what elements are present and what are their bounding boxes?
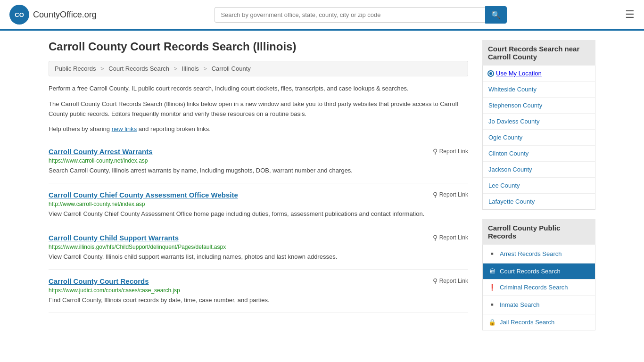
report-icon-2: ⚲: [433, 234, 438, 241]
use-location-button[interactable]: Use My Location: [483, 66, 595, 82]
breadcrumb-carroll-county[interactable]: Carroll County: [212, 65, 251, 72]
pr-link-0[interactable]: Arrest Records Search: [500, 250, 562, 257]
nearby-county-link-3[interactable]: Ogle County: [488, 134, 522, 141]
search-input[interactable]: [215, 7, 485, 23]
nearby-county-link-7[interactable]: Lafayette County: [488, 198, 535, 205]
description-2: The Carroll County Court Records Search …: [49, 99, 468, 119]
nearby-counties-list: Whiteside CountyStephenson CountyJo Davi…: [483, 82, 595, 209]
nearby-county-link-0[interactable]: Whiteside County: [488, 86, 537, 93]
result-title-1[interactable]: Carroll County Chief County Assessment O…: [49, 191, 238, 199]
search-bar: 🔍: [215, 6, 507, 24]
nearby-county-7[interactable]: Lafayette County: [483, 194, 595, 209]
pr-link-2[interactable]: Criminal Records Search: [500, 284, 568, 291]
result-desc-2: View Carroll County, Illinois child supp…: [49, 252, 468, 262]
nearby-list: Use My Location Whiteside CountyStephens…: [482, 66, 595, 210]
logo-icon: CO: [9, 5, 29, 25]
result-desc-3: Find Carroll County, Illinois court reco…: [49, 296, 468, 305]
public-records-item-4[interactable]: 🔒Jail Records Search: [483, 314, 595, 330]
pr-link-1[interactable]: Court Records Search: [500, 268, 561, 275]
result-item: Carroll County Arrest Warrants ⚲ Report …: [49, 140, 468, 183]
pr-icon-1: 🏛: [488, 268, 496, 275]
nearby-county-2[interactable]: Jo Daviess County: [483, 114, 595, 130]
public-records-list: ▪Arrest Records Search🏛Court Records Sea…: [482, 245, 595, 330]
pr-link-3[interactable]: Inmate Search: [500, 301, 540, 308]
public-records-item-0[interactable]: ▪Arrest Records Search: [483, 245, 595, 263]
result-url-2[interactable]: https://www.illinois.gov/hfs/ChildSuppor…: [49, 244, 468, 250]
breadcrumb-court-records-search[interactable]: Court Records Search: [108, 65, 169, 72]
public-records-item-3[interactable]: ▪Inmate Search: [483, 296, 595, 314]
nearby-section-title: Court Records Search near Carroll County: [482, 40, 595, 66]
report-link-2[interactable]: ⚲ Report Link: [433, 234, 468, 241]
nearby-county-link-1[interactable]: Stephenson County: [488, 102, 542, 109]
report-link-3[interactable]: ⚲ Report Link: [433, 277, 468, 285]
breadcrumb-sep2: >: [174, 65, 178, 72]
pr-icon-0: ▪: [488, 249, 496, 259]
logo-text: CountyOffice.org: [33, 10, 97, 20]
logo[interactable]: CO CountyOffice.org: [9, 5, 97, 25]
report-icon-0: ⚲: [433, 148, 438, 155]
description-1: Perform a free Carroll County, IL public…: [49, 84, 468, 94]
result-title-2[interactable]: Carroll County Child Support Warrants: [49, 234, 179, 242]
public-records-item-1[interactable]: 🏛Court Records Search: [483, 263, 595, 280]
sidebar: Court Records Search near Carroll County…: [482, 40, 595, 340]
pr-icon-3: ▪: [488, 300, 496, 310]
menu-icon[interactable]: ☰: [625, 8, 635, 21]
report-icon-3: ⚲: [433, 277, 438, 285]
breadcrumb-sep3: >: [204, 65, 207, 72]
result-item: Carroll County Chief County Assessment O…: [49, 183, 468, 227]
report-icon-1: ⚲: [433, 191, 438, 198]
nearby-county-0[interactable]: Whiteside County: [483, 82, 595, 98]
breadcrumb-public-records[interactable]: Public Records: [55, 65, 96, 72]
nearby-county-1[interactable]: Stephenson County: [483, 98, 595, 114]
public-records-section-title: Carroll County Public Records: [482, 219, 595, 245]
new-links-link[interactable]: new links: [112, 125, 137, 132]
result-url-1[interactable]: http://www.carroll-county.net/index.asp: [49, 201, 468, 207]
nearby-county-6[interactable]: Lee County: [483, 178, 595, 194]
result-url-3[interactable]: https://www.judici.com/courts/cases/case…: [49, 287, 468, 294]
pr-link-4[interactable]: Jail Records Search: [500, 319, 554, 326]
nearby-county-link-2[interactable]: Jo Daviess County: [488, 118, 539, 125]
result-url-0[interactable]: https://www.carroll-county.net/index.asp: [49, 157, 468, 164]
report-link-0[interactable]: ⚲ Report Link: [433, 148, 468, 155]
nearby-county-link-5[interactable]: Jackson County: [488, 166, 532, 173]
result-item: Carroll County Child Support Warrants ⚲ …: [49, 226, 468, 270]
report-link-1[interactable]: ⚲ Report Link: [433, 191, 468, 198]
nearby-county-4[interactable]: Clinton County: [483, 146, 595, 162]
result-title-3[interactable]: Carroll County Court Records: [49, 277, 149, 285]
pr-icon-2: ❗: [488, 284, 496, 291]
public-records-items: ▪Arrest Records Search🏛Court Records Sea…: [483, 245, 595, 330]
pr-icon-4: 🔒: [488, 319, 496, 326]
result-desc-1: View Carroll County Chief County Assessm…: [49, 209, 468, 219]
result-item: Carroll County Court Records ⚲ Report Li…: [49, 270, 468, 313]
nearby-county-link-4[interactable]: Clinton County: [488, 150, 528, 157]
page-title: Carroll County Court Records Search (Ill…: [49, 40, 468, 53]
search-button[interactable]: 🔍: [485, 6, 507, 24]
svg-text:CO: CO: [15, 11, 24, 18]
use-location-link[interactable]: Use My Location: [496, 70, 542, 77]
results-list: Carroll County Arrest Warrants ⚲ Report …: [49, 140, 468, 313]
nearby-county-link-6[interactable]: Lee County: [488, 182, 520, 189]
nearby-county-3[interactable]: Ogle County: [483, 130, 595, 146]
result-title-0[interactable]: Carroll County Arrest Warrants: [49, 148, 153, 156]
nearby-county-5[interactable]: Jackson County: [483, 162, 595, 178]
breadcrumb-sep: >: [100, 65, 104, 72]
description-3: Help others by sharing new links and rep…: [49, 124, 468, 134]
breadcrumb: Public Records > Court Records Search > …: [49, 61, 468, 76]
breadcrumb-illinois[interactable]: Illinois: [182, 65, 199, 72]
location-dot-icon: [488, 71, 493, 76]
result-desc-0: Search Carroll County, Illinois arrest w…: [49, 166, 468, 175]
public-records-item-2[interactable]: ❗Criminal Records Search: [483, 280, 595, 296]
